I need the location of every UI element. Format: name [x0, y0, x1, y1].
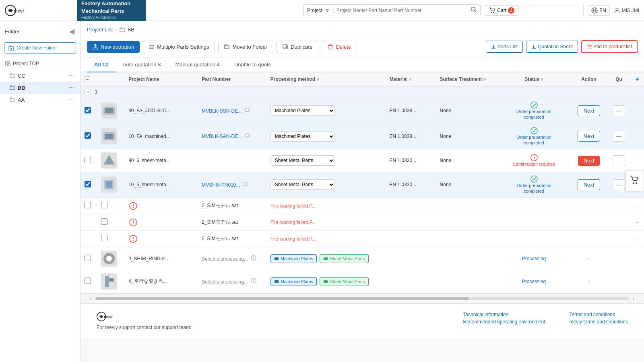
row3-part-number	[198, 149, 266, 172]
folder-bb-menu[interactable]: ···	[69, 84, 75, 91]
search-button[interactable]	[471, 6, 477, 14]
sidebar-project-top[interactable]: Project TOP	[0, 58, 80, 70]
sidebar-item-aa[interactable]: AA ···	[0, 94, 80, 106]
row6-check2[interactable]	[97, 214, 124, 230]
svg-rect-19	[10, 99, 15, 102]
row3-check[interactable]	[80, 149, 97, 172]
add-to-product-list-button[interactable]: Add to product list	[581, 40, 638, 53]
search-type-dropdown[interactable]: Project	[307, 8, 322, 13]
floating-cart-button[interactable]	[625, 171, 644, 192]
col-header-add: +	[631, 72, 644, 86]
row1-next-button[interactable]: Next	[578, 105, 601, 116]
horizontal-scrollbar[interactable]: ‹ ›	[80, 293, 644, 303]
row3-more-button[interactable]: —	[613, 155, 625, 166]
row2-more-button[interactable]: —	[613, 131, 625, 142]
row4-more-button[interactable]: —	[613, 179, 625, 190]
row3-processing[interactable]: Sheet Metal Parts Machined Plates	[266, 149, 386, 172]
row3-processing-select[interactable]: Sheet Metal Parts Machined Plates	[270, 155, 335, 166]
search-bar: Project ▼ |	[303, 4, 481, 16]
sidebar-collapse-button[interactable]: ◀|	[69, 28, 75, 35]
row2-check[interactable]	[80, 123, 97, 149]
row3-checkbox[interactable]	[85, 157, 91, 163]
folder-aa-menu[interactable]: ···	[69, 96, 75, 103]
create-new-folder-button[interactable]: Create New Folder	[4, 42, 76, 53]
quotation-sheet-button[interactable]: Quotation Sheet	[526, 41, 578, 53]
row1-processing[interactable]: Machined Plates Sheet Metal Parts	[266, 98, 386, 124]
copy-icon-2[interactable]	[245, 133, 250, 138]
tab-auto[interactable]: Auto quotation 8	[116, 58, 168, 72]
row7-check2[interactable]	[97, 230, 124, 247]
svg-rect-68	[324, 257, 328, 260]
svg-point-78	[633, 183, 634, 184]
cart-button[interactable]: Cart 2	[485, 5, 519, 16]
row2-processing-select[interactable]: Machined Plates Sheet Metal Parts	[270, 131, 335, 142]
row9-check[interactable]	[80, 270, 97, 293]
row6-checkbox[interactable]	[101, 218, 107, 225]
meviy-terms-link[interactable]: meviy terms and conditions	[570, 319, 628, 325]
row4-action[interactable]: Next	[571, 172, 607, 198]
row1-checkbox[interactable]	[85, 107, 91, 113]
row4-status: Order preparationcompleted	[497, 172, 571, 198]
row9-checkbox[interactable]	[85, 278, 91, 284]
deselect-all-button[interactable]: −	[85, 76, 90, 82]
tech-info-link[interactable]: Technical information	[463, 312, 545, 317]
header-input[interactable]	[523, 6, 579, 15]
delete-button[interactable]: Delete	[322, 41, 357, 53]
row3-next-button[interactable]: Next	[578, 156, 600, 166]
row5-check2[interactable]	[97, 197, 124, 214]
row2-next-button[interactable]: Next	[578, 131, 601, 142]
tab-all[interactable]: All 12	[87, 58, 116, 72]
row1-more-button[interactable]: —	[613, 105, 625, 116]
row2-processing[interactable]: Machined Plates Sheet Metal Parts	[266, 123, 386, 149]
multiple-parts-settings-button[interactable]: Multiple Parts Settings	[143, 41, 215, 53]
copy-icon-1[interactable]	[245, 108, 250, 113]
row9-machined-btn[interactable]: Machined Plates	[270, 277, 317, 286]
footer-logo: meviy	[97, 312, 439, 321]
row1-action[interactable]: Next	[571, 98, 607, 124]
scroll-right-arrow[interactable]: ›	[629, 295, 638, 302]
duplicate-button[interactable]: Duplicate	[277, 41, 318, 53]
new-quotation-button[interactable]: New quotation	[87, 41, 140, 53]
search-input[interactable]	[336, 8, 468, 13]
machined-icon-9	[274, 279, 279, 284]
row5-checkbox1[interactable]	[85, 202, 91, 208]
parts-list-button[interactable]: Parts List	[486, 41, 523, 53]
row4-processing[interactable]: Sheet Metal Parts Machined Plates	[266, 172, 386, 198]
row5-checkbox2[interactable]	[101, 202, 107, 208]
row1-check[interactable]	[80, 98, 97, 124]
breadcrumb-project-list[interactable]: Project List	[87, 27, 113, 33]
row7-error-msg: File loading failed.P...	[266, 230, 631, 247]
scroll-left-arrow[interactable]: ‹	[87, 295, 95, 302]
language-button[interactable]: EN	[588, 5, 610, 16]
row8-machined-btn[interactable]: Machined Plates	[270, 254, 317, 263]
folder-cc-menu[interactable]: ···	[69, 72, 75, 79]
footer-support-text: For meviy support contact our support te…	[97, 325, 439, 330]
row2-action[interactable]: Next	[571, 123, 607, 149]
row8-processing[interactable]: Machined Plates Sheet Metal Parts	[266, 247, 386, 270]
row8-check[interactable]	[80, 247, 97, 270]
row4-checkbox[interactable]	[85, 181, 91, 187]
terms-link[interactable]: Terms and conditions	[570, 312, 628, 317]
move-to-folder-button[interactable]: Move to Folder	[218, 41, 273, 53]
row3-action[interactable]: Next	[571, 149, 607, 172]
row1-processing-select[interactable]: Machined Plates Sheet Metal Parts	[270, 105, 335, 116]
scroll-track[interactable]	[95, 297, 630, 300]
copy-icon-4[interactable]	[243, 182, 248, 187]
sidebar-item-cc[interactable]: CC ···	[0, 70, 80, 82]
misumi-button[interactable]: MISUMI	[614, 7, 639, 14]
scroll-thumb[interactable]	[95, 297, 469, 300]
row4-check[interactable]	[80, 172, 97, 198]
row8-checkbox[interactable]	[85, 255, 91, 261]
row9-sheet-btn[interactable]: Sheet Metal Parts	[320, 277, 368, 286]
row8-sheet-btn[interactable]: Sheet Metal Parts	[320, 254, 368, 263]
row4-next-button[interactable]: Next	[578, 179, 601, 190]
row4-processing-select[interactable]: Sheet Metal Parts Machined Plates	[270, 179, 335, 190]
rec-env-link[interactable]: Recommended operating environment	[463, 319, 545, 325]
sidebar-item-bb[interactable]: BB ···	[0, 82, 80, 94]
row5-check1[interactable]	[80, 197, 97, 214]
tab-manual[interactable]: Manual quotation 4	[168, 58, 227, 72]
row9-processing[interactable]: Machined Plates Sheet Metal Parts	[266, 270, 386, 293]
tab-unable[interactable]: Unable to quote -	[227, 58, 282, 72]
row7-checkbox[interactable]	[101, 235, 107, 241]
row2-checkbox[interactable]	[85, 132, 91, 139]
